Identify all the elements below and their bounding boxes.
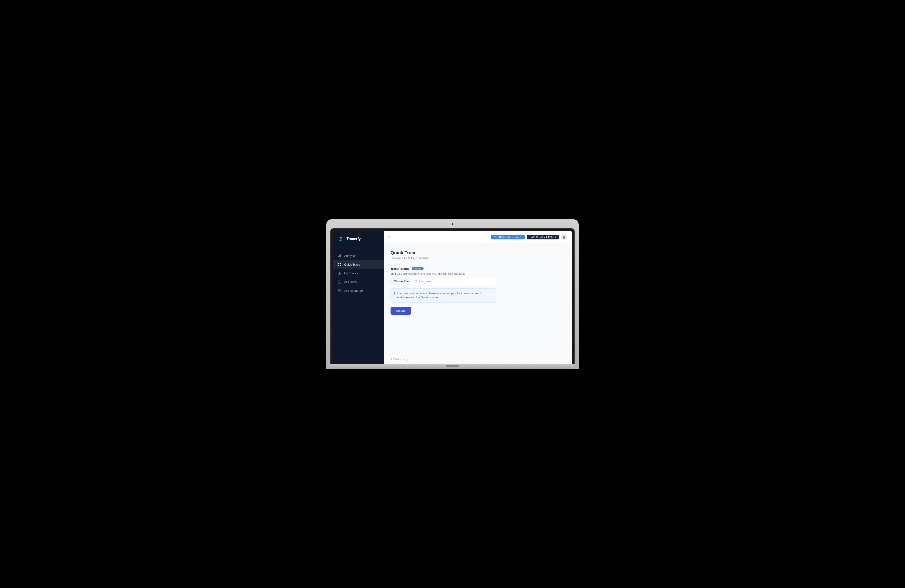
svg-rect-14: [338, 290, 340, 291]
my-traces-icon: [338, 271, 341, 275]
sidebar: Tracerfy Analytics: [333, 231, 384, 364]
api-docs-icon: [338, 280, 341, 284]
header-left: ≡: [388, 235, 390, 239]
api-docs-label: API Docs: [344, 280, 357, 284]
tracer-status-label: Tracer Status: [391, 267, 410, 270]
svg-rect-6: [338, 265, 339, 266]
svg-rect-3: [340, 254, 341, 257]
info-text: For maximized accuracy please ensure tha…: [397, 291, 493, 300]
tracerfy-logo-icon: [338, 236, 344, 242]
upload-form: Tracer Status Online Your CSV file must …: [391, 267, 496, 315]
page-content: Quick Trace Choose a CSV file to upload …: [384, 243, 572, 354]
status-badge: Online: [412, 267, 424, 270]
svg-rect-7: [340, 265, 341, 266]
svg-rect-5: [340, 263, 341, 264]
tracer-status-row: Tracer Status Online: [391, 267, 496, 270]
sidebar-item-api-recharge[interactable]: API Recharge: [333, 287, 384, 295]
svg-rect-1: [338, 256, 339, 257]
analytics-icon: [338, 254, 341, 258]
page-subtitle: Choose a CSV file to upload: [391, 257, 565, 260]
credits-badge: 915 API Credits available: [491, 235, 525, 239]
api-recharge-label: API Recharge: [344, 289, 363, 292]
svg-point-0: [340, 240, 341, 241]
choose-file-button[interactable]: Choose File: [391, 278, 412, 285]
menu-icon[interactable]: ≡: [388, 235, 390, 239]
header-right: 915 API Credits available 1 API Credit =…: [491, 234, 567, 240]
sidebar-item-analytics[interactable]: Analytics: [333, 252, 384, 260]
my-traces-label: My Traces: [344, 271, 358, 275]
api-recharge-icon: [338, 289, 341, 292]
user-avatar[interactable]: [561, 234, 567, 240]
quick-trace-label: Quick Trace: [344, 263, 360, 266]
app-name: Tracerfy: [346, 237, 361, 241]
sidebar-item-api-docs[interactable]: API Docs: [333, 278, 384, 286]
analytics-label: Analytics: [344, 254, 356, 258]
info-box: ℹ For maximized accuracy please ensure t…: [391, 288, 496, 303]
svg-point-8: [339, 272, 340, 273]
top-header: ≡ 915 API Credits available 1 API Credit…: [384, 231, 572, 243]
svg-point-15: [564, 236, 565, 237]
file-name-display: No file chosen: [412, 278, 496, 285]
sidebar-nav: Analytics Quick Trace: [333, 247, 384, 299]
upload-button[interactable]: Upload: [391, 307, 411, 315]
file-input-row: Choose File No file chosen: [391, 278, 496, 285]
csv-hint: Your CSV file must have the columns Addr…: [391, 272, 496, 276]
quick-trace-icon: [338, 263, 341, 266]
sidebar-logo: Tracerfy: [333, 231, 384, 247]
info-icon: ℹ: [394, 292, 395, 295]
page-footer: © 2024 Tracerfy: [384, 354, 572, 364]
footer-copyright: © 2024 Tracerfy: [391, 358, 408, 360]
svg-rect-4: [338, 263, 339, 264]
svg-rect-2: [339, 255, 340, 257]
sidebar-item-my-traces[interactable]: My Traces: [333, 269, 384, 277]
main-content: ≡ 915 API Credits available 1 API Credit…: [384, 231, 572, 364]
sidebar-item-quick-trace[interactable]: Quick Trace: [333, 260, 384, 269]
page-title: Quick Trace: [391, 250, 565, 255]
api-info-badge: 1 API Credit = 1 API call: [527, 235, 559, 239]
